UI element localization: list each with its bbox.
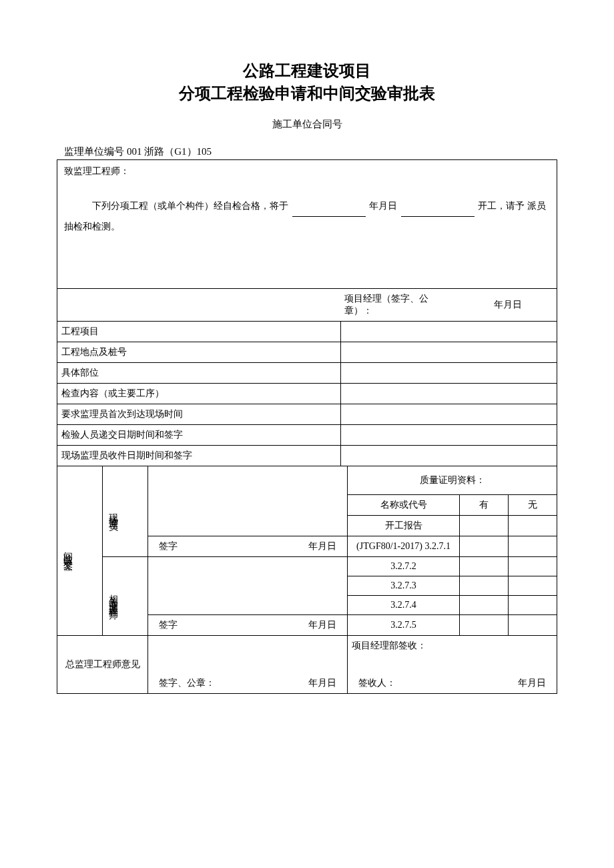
- document-title: 公路工程建设项目 分项工程检验申请和中间交验审批表: [57, 60, 557, 105]
- approval-form-table: 致监理工程师： 下列分项工程（或单个构件）经自检合格，将于 年月日 开工，请予 …: [57, 159, 557, 694]
- chief-engineer-sign-line: 签字、公章：年月日: [148, 673, 348, 694]
- quality-item-0-yes[interactable]: [460, 515, 509, 536]
- row-submit-sign-value[interactable]: [340, 424, 557, 445]
- pm-sign-date: 年月日: [460, 288, 557, 321]
- row-specific-part-label: 具体部位: [57, 362, 341, 383]
- midcheck-specialist: 相关专业监理工程师: [103, 556, 148, 635]
- quality-item-2-no[interactable]: [509, 556, 557, 576]
- quality-item-1-no[interactable]: [509, 536, 557, 556]
- chief-engineer-opinion-area[interactable]: [148, 635, 348, 673]
- quality-header: 质量证明资料：: [348, 466, 557, 494]
- supervision-number-label: 监理单位编号: [64, 146, 124, 157]
- pm-receive-header: 项目经理部签收：: [348, 635, 557, 673]
- quality-item-3: 3.2.7.3: [348, 576, 460, 595]
- inspector-sign-area[interactable]: [148, 466, 348, 536]
- row-inspection-content-label: 检查内容（或主要工序）: [57, 383, 341, 404]
- inspector-sign-line: 签字年月日: [148, 536, 348, 556]
- quality-name-col: 名称或代号: [348, 494, 460, 515]
- row-receive-sign-label: 现场监理员收件日期时间和签字: [57, 445, 341, 466]
- quality-item-2: 3.2.7.2: [348, 556, 460, 576]
- intro-greeting-cell: 致监理工程师： 下列分项工程（或单个构件）经自检合格，将于 年月日 开工，请予 …: [57, 160, 557, 289]
- specialist-sign-line: 签字年月日: [148, 614, 348, 635]
- intro-greeting: 致监理工程师：: [64, 165, 550, 177]
- quality-item-5-yes[interactable]: [460, 614, 509, 635]
- quality-item-3-yes[interactable]: [460, 576, 509, 595]
- quality-item-5: 3.2.7.5: [348, 614, 460, 635]
- supervision-number: 监理单位编号 001 浙路（G1）105: [57, 145, 557, 158]
- pm-sign-label: 项目经理（签字、公章）：: [340, 288, 459, 321]
- row-project-item-label: 工程项目: [57, 321, 341, 342]
- midcheck-group: 间验认中交签: [57, 466, 103, 635]
- quality-item-4-no[interactable]: [509, 595, 557, 614]
- intro-blank-2[interactable]: [401, 206, 475, 217]
- quality-yes: 有: [460, 494, 509, 515]
- chief-engineer-opinion-label: 总监理工程师意见: [57, 635, 148, 693]
- row-project-item-value[interactable]: [340, 321, 557, 342]
- row-inspection-content-value[interactable]: [340, 383, 557, 404]
- quality-item-1-yes[interactable]: [460, 536, 509, 556]
- specialist-sign-area[interactable]: [148, 556, 348, 614]
- midcheck-inspector: 现场监理员: [103, 466, 148, 556]
- row-location-value[interactable]: [340, 342, 557, 362]
- row-submit-sign-label: 检验人员递交日期时间和签字: [57, 424, 341, 445]
- row-receive-sign-value[interactable]: [340, 445, 557, 466]
- row-location-label: 工程地点及桩号: [57, 342, 341, 362]
- contract-unit-label: 施工单位合同号: [57, 118, 557, 131]
- quality-item-0-no[interactable]: [509, 515, 557, 536]
- pm-receive-sign-line: 签收人：年月日: [348, 673, 557, 694]
- supervision-number-value: 001 浙路（G1）105: [127, 146, 212, 157]
- intro-body: 下列分项工程（或单个构件）经自检合格，将于 年月日 开工，请予 派员抽检和检测。: [64, 196, 550, 238]
- row-first-arrival-label: 要求监理员首次到达现场时间: [57, 404, 341, 424]
- quality-no: 无: [509, 494, 557, 515]
- quality-item-2-yes[interactable]: [460, 556, 509, 576]
- row-first-arrival-value[interactable]: [340, 404, 557, 424]
- quality-item-4: 3.2.7.4: [348, 595, 460, 614]
- quality-item-5-no[interactable]: [509, 614, 557, 635]
- title-line1: 公路工程建设项目: [57, 60, 557, 83]
- quality-item-4-yes[interactable]: [460, 595, 509, 614]
- row-specific-part-value[interactable]: [340, 362, 557, 383]
- title-line2: 分项工程检验申请和中间交验审批表: [57, 83, 557, 105]
- quality-item-1: (JTGF80/1-2017) 3.2.7.1: [348, 536, 460, 556]
- quality-item-0: 开工报告: [348, 515, 460, 536]
- intro-blank-1[interactable]: [292, 206, 366, 217]
- quality-item-3-no[interactable]: [509, 576, 557, 595]
